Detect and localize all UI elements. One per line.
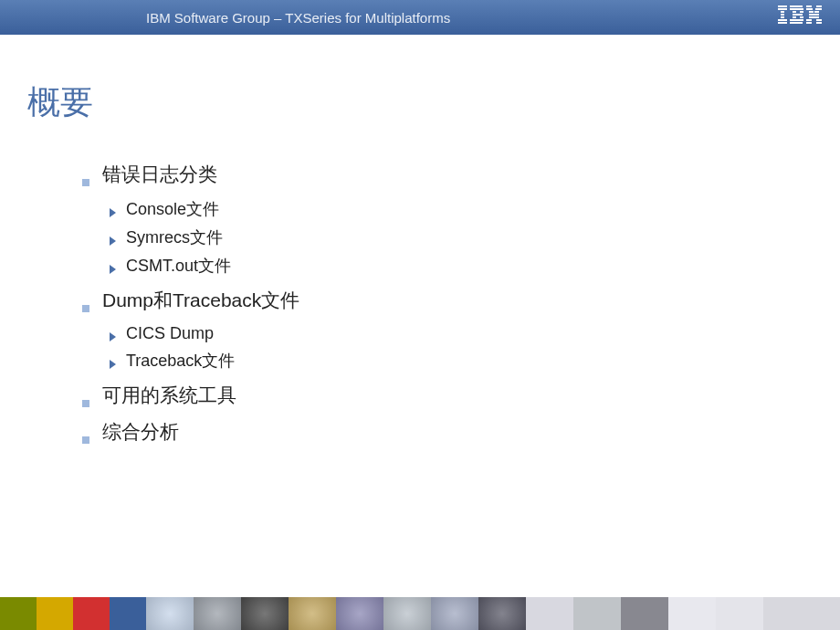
svg-rect-15 xyxy=(790,22,803,24)
footer-cell xyxy=(146,597,194,630)
svg-rect-23 xyxy=(809,16,813,18)
outline-sublist: Console文件Symrecs文件CSMT.out文件 xyxy=(82,198,813,277)
footer-cell xyxy=(37,597,73,630)
svg-rect-18 xyxy=(806,8,813,10)
arrow-bullet-icon xyxy=(110,360,117,369)
header-title: IBM Software Group – TXSeries for Multip… xyxy=(146,10,450,26)
square-bullet-icon xyxy=(82,400,89,407)
arrow-bullet-icon xyxy=(110,236,117,246)
footer-cell xyxy=(383,597,431,630)
footer-color-strip xyxy=(0,597,840,630)
outline-item-l1-label: 错误日志分类 xyxy=(102,162,217,187)
outline-sublist: CICS DumpTraceback文件 xyxy=(82,324,813,372)
outline-list: 错误日志分类Console文件Symrecs文件CSMT.out文件Dump和T… xyxy=(27,162,813,445)
footer-cell xyxy=(0,597,37,630)
footer-cell xyxy=(621,597,668,630)
svg-rect-22 xyxy=(809,14,819,16)
footer-cell xyxy=(573,597,621,630)
ibm-logo xyxy=(778,5,822,29)
footer-cell xyxy=(716,597,763,630)
svg-rect-16 xyxy=(806,5,812,7)
svg-rect-3 xyxy=(781,14,784,16)
svg-rect-4 xyxy=(781,16,784,18)
outline-item-l2: CSMT.out文件 xyxy=(110,255,813,277)
outline-item-l2: CICS Dump xyxy=(110,324,813,343)
slide-content: 概要 错误日志分类Console文件Symrecs文件CSMT.out文件Dum… xyxy=(0,35,840,445)
outline-item-l2: Symrecs文件 xyxy=(110,226,813,248)
square-bullet-icon xyxy=(82,436,89,444)
outline-item-l2-label: Traceback文件 xyxy=(126,350,235,372)
slide-title: 概要 xyxy=(27,80,813,125)
outline-item-l1-label: 综合分析 xyxy=(102,419,179,445)
outline-item-l1-label: 可用的系统工具 xyxy=(102,383,236,408)
outline-item-l1: Dump和Traceback文件 xyxy=(82,288,813,313)
outline-item-l1: 错误日志分类 xyxy=(82,162,813,187)
outline-item-l1-label: Dump和Traceback文件 xyxy=(102,288,299,313)
svg-rect-26 xyxy=(816,19,822,21)
svg-rect-13 xyxy=(800,16,803,18)
outline-item-l2-label: CSMT.out文件 xyxy=(126,255,231,277)
svg-rect-24 xyxy=(815,16,819,18)
outline-item-l2: Console文件 xyxy=(110,198,813,220)
footer-cell xyxy=(241,597,289,630)
footer-cell xyxy=(431,597,478,630)
svg-rect-27 xyxy=(806,22,812,24)
outline-item-l2-label: Symrecs文件 xyxy=(126,226,223,248)
outline-item-l2-label: CICS Dump xyxy=(126,324,214,343)
arrow-bullet-icon xyxy=(110,265,117,274)
footer-cell xyxy=(668,597,716,630)
svg-rect-28 xyxy=(816,22,822,24)
footer-cell xyxy=(336,597,383,630)
footer-cell xyxy=(478,597,526,630)
svg-rect-14 xyxy=(790,19,803,21)
footer-cell xyxy=(526,597,573,630)
footer-cell xyxy=(763,597,840,630)
svg-rect-9 xyxy=(793,11,796,13)
svg-rect-29 xyxy=(813,16,815,18)
header-bar: IBM Software Group – TXSeries for Multip… xyxy=(0,0,840,35)
footer-cell xyxy=(110,597,146,630)
svg-rect-21 xyxy=(814,11,819,13)
arrow-bullet-icon xyxy=(110,208,117,217)
outline-item-l1: 可用的系统工具 xyxy=(82,383,813,408)
svg-rect-2 xyxy=(781,11,784,13)
svg-rect-25 xyxy=(806,19,812,21)
svg-rect-11 xyxy=(793,14,803,16)
outline-item-l1: 综合分析 xyxy=(82,419,813,445)
square-bullet-icon xyxy=(82,179,89,186)
svg-rect-8 xyxy=(790,8,803,10)
svg-rect-0 xyxy=(778,5,787,7)
svg-rect-10 xyxy=(800,11,803,13)
svg-rect-12 xyxy=(793,16,796,18)
svg-rect-17 xyxy=(816,5,822,7)
svg-rect-5 xyxy=(778,19,787,21)
svg-rect-7 xyxy=(790,5,803,7)
footer-cell xyxy=(73,597,110,630)
svg-rect-6 xyxy=(778,22,787,24)
svg-rect-20 xyxy=(809,11,814,13)
svg-rect-19 xyxy=(815,8,822,10)
footer-cell xyxy=(194,597,241,630)
outline-item-l2-label: Console文件 xyxy=(126,198,219,220)
arrow-bullet-icon xyxy=(110,332,117,341)
square-bullet-icon xyxy=(82,305,89,312)
svg-rect-1 xyxy=(778,8,787,10)
footer-cell xyxy=(289,597,336,630)
outline-item-l2: Traceback文件 xyxy=(110,350,813,372)
